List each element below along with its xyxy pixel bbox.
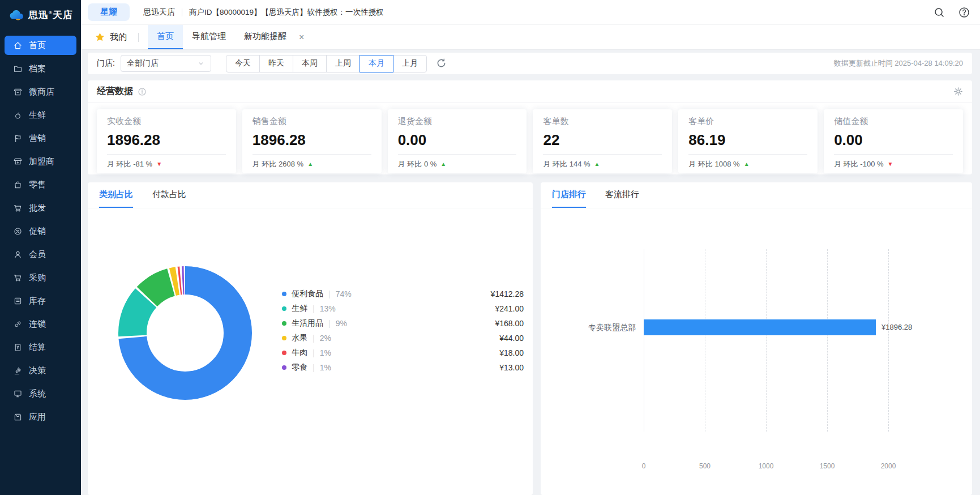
sidebar-item[interactable]: 会员 [5, 245, 76, 264]
panel-tab[interactable]: 付款占比 [152, 182, 186, 208]
date-range-button[interactable]: 本周 [293, 55, 327, 72]
app-name: 思迅天店 [143, 7, 175, 18]
app-root: 思迅®天店 首页 档案 微商店 生鲜 营销 加盟商 零售 批发 促销 会员 采购… [0, 0, 980, 495]
donut-legend: 便利食品 | 74% ¥1412.28 生鲜 | 13% ¥241.00 生活用… [282, 287, 524, 375]
date-range-button[interactable]: 上月 [393, 55, 427, 72]
legend-percent: 74% [336, 289, 352, 298]
store-select-value: 全部门店 [127, 58, 159, 69]
sidebar-item-label: 系统 [29, 389, 46, 399]
member-icon [13, 250, 23, 259]
legend-amount: ¥168.00 [495, 319, 524, 328]
favorites-button[interactable]: 我的 [95, 25, 127, 49]
help-icon[interactable] [958, 7, 970, 18]
data-updated-text: 数据更新截止时间 2025-04-28 14:09:20 [834, 58, 963, 69]
chevron-down-icon [197, 59, 205, 67]
sidebar-item[interactable]: 生鲜 [5, 105, 76, 125]
sidebar-item[interactable]: 决策 [5, 361, 76, 380]
gridline [766, 249, 767, 432]
date-range-button[interactable]: 昨天 [259, 55, 293, 72]
sidebar-item[interactable]: 零售 [5, 175, 76, 194]
tab-close-icon[interactable]: × [296, 25, 307, 49]
franchise-icon [13, 157, 23, 167]
wholesale-icon [13, 203, 23, 213]
legend-amount: ¥44.00 [499, 334, 524, 343]
system-icon [13, 389, 23, 399]
stat-card: 储值金额 0.00 月 环比 -100 %▼ [824, 109, 963, 173]
sidebar-item[interactable]: 营销 [5, 129, 76, 148]
sidebar-item[interactable]: 促销 [5, 221, 76, 241]
purchase-icon [13, 273, 23, 283]
sidebar-item-label: 档案 [29, 63, 46, 74]
store-select[interactable]: 全部门店 [121, 55, 211, 72]
sidebar-item-label: 会员 [29, 249, 46, 260]
metrics-header: 经营数据 [88, 80, 972, 103]
filter-bar: 门店: 全部门店 今天昨天本周上周本月上月 数据更新截止时间 2025-04-2… [88, 53, 972, 74]
trend-icon: ▲ [307, 161, 313, 167]
sidebar-item[interactable]: 库存 [5, 291, 76, 310]
stat-mom: 月 环比 -81 %▼ [107, 159, 226, 169]
sidebar-item[interactable]: 加盟商 [5, 152, 76, 171]
sidebar-item[interactable]: 批发 [5, 198, 76, 217]
legend-dot [282, 351, 286, 355]
stat-value: 1896.28 [253, 131, 371, 149]
license-text: 商户ID【80000019】【思迅天店】软件授权：一次性授权 [189, 7, 384, 18]
plan-badge[interactable]: 星耀 [88, 3, 130, 21]
legend-name: 生鲜 [292, 304, 307, 314]
sidebar-item[interactable]: 档案 [5, 59, 76, 78]
panel-tab[interactable]: 客流排行 [605, 182, 639, 208]
refresh-icon[interactable] [436, 58, 447, 69]
marketing-icon [13, 134, 23, 143]
stat-card: 客单数 22 月 环比 144 %▲ [533, 109, 672, 173]
search-icon[interactable] [934, 7, 945, 18]
legend-amount: ¥241.00 [495, 304, 524, 313]
panel-tab[interactable]: 门店排行 [552, 182, 586, 208]
sidebar-item-label: 零售 [29, 180, 46, 190]
store-filter-label: 门店: [97, 58, 115, 69]
tab[interactable]: 首页 [148, 25, 183, 49]
sidebar-item[interactable]: 微商店 [5, 82, 76, 101]
left-panel-tabs: 类别占比付款占比 [88, 182, 533, 208]
sidebar-item[interactable]: 首页 [5, 36, 76, 55]
sidebar-item[interactable]: 连锁 [5, 314, 76, 334]
info-icon[interactable] [138, 87, 147, 96]
stat-label: 客单数 [543, 116, 662, 127]
topbar: 星耀 思迅天店 商户ID【80000019】【思迅天店】软件授权：一次性授权 [81, 0, 980, 25]
date-range-button[interactable]: 本月 [360, 55, 393, 72]
sidebar-item[interactable]: 应用 [5, 407, 76, 426]
bar [644, 319, 876, 335]
legend-row: 便利食品 | 74% ¥1412.28 [282, 287, 524, 301]
sidebar: 思迅®天店 首页 档案 微商店 生鲜 营销 加盟商 零售 批发 促销 会员 采购… [0, 0, 81, 495]
panel-tab[interactable]: 类别占比 [99, 182, 133, 208]
legend-dot [282, 365, 286, 370]
divider [138, 33, 139, 42]
sidebar-item[interactable]: 结算 [5, 338, 76, 357]
sidebar-item-label: 结算 [29, 342, 46, 353]
brand-name: 思迅®天店 [28, 8, 73, 22]
tab[interactable]: 导航管理 [183, 25, 235, 49]
date-range-button[interactable]: 上周 [326, 55, 360, 72]
stat-value: 22 [543, 131, 662, 149]
sidebar-item[interactable]: 系统 [5, 384, 76, 403]
apps-icon [13, 412, 23, 422]
stat-cards-row: 实收金额 1896.28 月 环比 -81 %▼ 销售金额 1896.28 月 … [88, 103, 972, 180]
stat-mom: 月 环比 1008 %▲ [688, 159, 807, 169]
gridline [705, 249, 705, 432]
trend-icon: ▲ [594, 161, 600, 167]
legend-row: 水果 | 2% ¥44.00 [282, 331, 524, 345]
metrics-section: 经营数据 实收金额 1896.28 月 环比 -81 %▼ 销售金额 1896.… [88, 80, 972, 174]
legend-percent: 1% [320, 348, 331, 357]
stat-label: 储值金额 [834, 116, 953, 127]
sidebar-item[interactable]: 采购 [5, 268, 76, 287]
date-range-button[interactable]: 今天 [226, 55, 260, 72]
stat-mom: 月 环比 -100 %▼ [834, 159, 953, 169]
stat-mom: 月 环比 144 %▲ [543, 159, 662, 169]
legend-percent: 2% [320, 334, 331, 343]
stat-label: 客单价 [688, 116, 807, 127]
legend-row: 生活用品 | 9% ¥168.00 [282, 316, 524, 331]
stat-card: 实收金额 1896.28 月 环比 -81 %▼ [97, 109, 236, 173]
decision-icon [13, 366, 23, 375]
tab[interactable]: 新功能提醒 [235, 25, 296, 49]
section-title: 经营数据 [97, 86, 133, 97]
stat-value: 1896.28 [107, 131, 226, 149]
settings-gear-icon[interactable] [953, 87, 963, 96]
